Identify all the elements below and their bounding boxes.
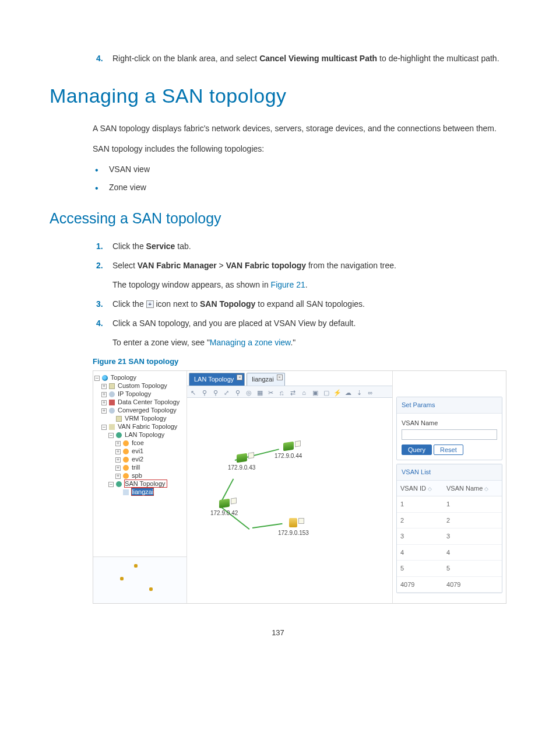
tree-label: fcoe: [132, 439, 144, 446]
tree-expand-icon[interactable]: +: [101, 408, 107, 414]
tree-expand-icon[interactable]: −: [108, 433, 114, 438]
tree-node-icon: [109, 424, 115, 430]
tree-item[interactable]: + fcoe: [94, 439, 185, 447]
tree-root[interactable]: − Topology: [94, 373, 185, 382]
toolbar-icon[interactable]: ↖: [189, 388, 197, 396]
figure-screenshot: − Topology+ Custom Topology+ IP Topology…: [93, 370, 506, 604]
tree-label: Custom Topology: [118, 382, 167, 389]
toolbar-icon[interactable]: ⌂: [300, 388, 308, 396]
text: to de-highlight the multicast path.: [377, 54, 499, 63]
tree-expand-icon[interactable]: +: [115, 474, 121, 479]
toolbar-icon[interactable]: ⚲: [200, 388, 208, 396]
tree-expand-icon[interactable]: +: [101, 400, 107, 405]
col-vsan-id[interactable]: VSAN ID◇: [397, 481, 443, 496]
tree-item[interactable]: − VAN Fabric Topology: [94, 422, 185, 430]
tree-item[interactable]: + trill: [94, 463, 185, 471]
vsan-name-input[interactable]: [402, 429, 497, 440]
canvas-area[interactable]: 172.9.0.43172.9.0.44172.9.0.42172.9.0.15…: [187, 398, 392, 590]
tree-expand-icon[interactable]: +: [115, 466, 121, 471]
tree-expand-icon[interactable]: +: [101, 384, 107, 389]
reset-button[interactable]: Reset: [434, 444, 463, 455]
cell-vsan-id: 3: [397, 528, 443, 545]
cell-vsan-name: 2: [443, 512, 502, 528]
tree-item[interactable]: + evi2: [94, 455, 185, 463]
tree-node-icon: [109, 408, 115, 414]
step-text: Right-click on the blank area, and selec…: [112, 52, 506, 65]
tree-item[interactable]: liangzai: [94, 488, 185, 496]
tree-expand-icon[interactable]: −: [101, 425, 107, 430]
tree-expand-icon[interactable]: +: [115, 441, 121, 446]
tree-item[interactable]: + spb: [94, 471, 185, 480]
node-tag-icon: [231, 498, 237, 504]
table-row[interactable]: 44: [397, 544, 502, 561]
tree-item[interactable]: + Data Center Topology: [94, 398, 185, 406]
tree-node-icon: [109, 391, 115, 397]
tree-item[interactable]: − LAN Topology: [94, 430, 185, 439]
toolbar-icon[interactable]: ∞: [367, 388, 374, 396]
paragraph: A SAN topology displays fabric's network…: [93, 123, 506, 135]
vsan-list-panel: VSAN List VSAN ID◇ VSAN Name◇ 1122334455…: [396, 464, 502, 593]
heading-managing-san: Managing a SAN topology: [50, 81, 506, 111]
tree-label: Converged Topology: [118, 407, 177, 414]
toolbar-icon[interactable]: ⇣: [356, 388, 363, 396]
tree-item[interactable]: + Converged Topology: [94, 406, 185, 414]
toolbar-icon[interactable]: ⤢: [223, 388, 230, 396]
close-icon[interactable]: ×: [237, 374, 242, 380]
toolbar-icon[interactable]: ▢: [322, 388, 330, 396]
toolbar-icon[interactable]: ✂: [267, 388, 275, 396]
toolbar-icon[interactable]: ⚡: [333, 388, 341, 396]
query-button[interactable]: Query: [402, 444, 432, 455]
tree-node-icon: [116, 416, 122, 422]
topology-node[interactable]: 172.9.0.44: [275, 442, 302, 460]
tree-node-icon: [123, 457, 129, 463]
tree-item[interactable]: VRM Topology: [94, 414, 185, 422]
tree-node-icon: [109, 383, 115, 389]
toolbar-icon[interactable]: ⚲: [212, 388, 219, 396]
table-row[interactable]: 11: [397, 496, 502, 513]
tree-node-icon: [123, 449, 129, 454]
bullet-item: VSAN view: [93, 163, 506, 176]
col-vsan-name[interactable]: VSAN Name◇: [443, 481, 502, 496]
topology-node[interactable]: 172.9.0.42: [210, 499, 238, 517]
canvas-pane[interactable]: LAN Topology×liangzai× ↖⚲⚲⤢⚲◎▦✂⎌⇄⌂▣▢⚡☁⇣∞…: [187, 371, 393, 603]
tree-expand-icon[interactable]: +: [115, 457, 121, 463]
tree-expand-icon[interactable]: −: [108, 482, 114, 487]
toolbar-icon[interactable]: ⚲: [234, 388, 241, 396]
tree-label: evi2: [132, 456, 143, 463]
tree-expand-icon[interactable]: +: [115, 449, 121, 454]
tree-item[interactable]: − SAN Topology: [94, 480, 185, 488]
toolbar-icon[interactable]: ▣: [311, 388, 319, 396]
cell-vsan-id: 5: [397, 561, 443, 577]
toolbar-icon[interactable]: ◎: [245, 388, 252, 396]
step-subtext: To enter a zone view, see "Managing a zo…: [112, 337, 506, 349]
expand-icon: +: [146, 300, 154, 308]
table-row[interactable]: 22: [397, 512, 502, 528]
toolbar-icon[interactable]: ⇄: [289, 388, 297, 396]
step-text: Click a SAN topology, and you are placed…: [112, 317, 506, 330]
table-row[interactable]: 33: [397, 528, 502, 545]
table-row[interactable]: 55: [397, 561, 502, 577]
tree-expand-icon[interactable]: +: [101, 392, 107, 397]
cell-vsan-name: 4079: [443, 576, 502, 593]
tree-item[interactable]: + IP Topology: [94, 390, 185, 398]
step-number: 1.: [93, 240, 112, 253]
tree-item[interactable]: + evi1: [94, 447, 185, 455]
canvas-tab[interactable]: LAN Topology×: [189, 373, 245, 386]
table-row[interactable]: 40794079: [397, 576, 502, 593]
canvas-tab[interactable]: liangzai×: [247, 373, 284, 386]
tree-label: Data Center Topology: [118, 398, 180, 405]
toolbar-icon[interactable]: ⎌: [278, 388, 286, 396]
tree-item[interactable]: + Custom Topology: [94, 382, 185, 390]
cell-vsan-id: 1: [397, 496, 443, 513]
tree-label: trill: [132, 464, 140, 471]
tree-node-icon: [123, 440, 129, 446]
set-params-panel: Set Params VSAN Name Query Reset: [396, 397, 502, 460]
preview-pane: [93, 556, 186, 603]
canvas-toolbar: ↖⚲⚲⤢⚲◎▦✂⎌⇄⌂▣▢⚡☁⇣∞: [187, 386, 392, 398]
topology-node[interactable]: 172.9.0.153: [278, 518, 309, 537]
toolbar-icon[interactable]: ▦: [256, 388, 263, 396]
close-icon[interactable]: ×: [277, 374, 283, 380]
topology-tree[interactable]: − Topology+ Custom Topology+ IP Topology…: [93, 371, 186, 556]
topology-node[interactable]: 172.9.0.43: [228, 454, 255, 472]
toolbar-icon[interactable]: ☁: [344, 388, 352, 396]
